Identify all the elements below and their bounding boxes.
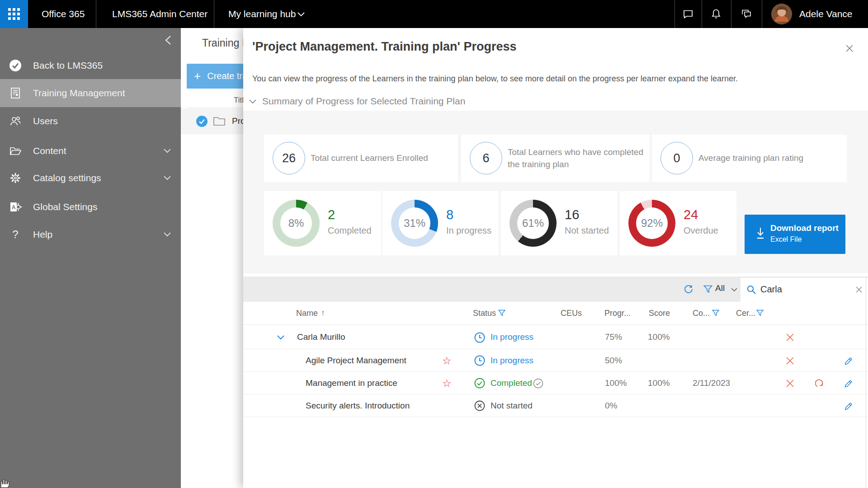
- feedback-button[interactable]: [739, 6, 754, 22]
- selected-check-icon[interactable]: [196, 115, 208, 127]
- stat-label: Total current Learners Enrolled: [311, 135, 451, 182]
- required-star-icon: ☆: [442, 377, 452, 389]
- remove-icon[interactable]: [785, 379, 795, 388]
- sidebar-item-help[interactable]: ? Help: [0, 221, 181, 249]
- sidebar-item-content[interactable]: Content: [0, 137, 181, 165]
- user-name[interactable]: Adele Vance: [799, 0, 853, 28]
- plus-icon: +: [194, 69, 201, 83]
- stat-value-circle: 6: [470, 142, 502, 174]
- score-value: 100%: [648, 378, 670, 388]
- search-input[interactable]: Carla: [741, 278, 868, 302]
- sidebar-nav: Back to LMS365 Training Management Users…: [0, 28, 181, 488]
- column-name[interactable]: Name: [296, 309, 318, 318]
- sidebar-item-catalog-settings[interactable]: Catalog settings: [0, 164, 181, 192]
- check-circle-icon: [8, 58, 23, 73]
- donut-label: Completed: [328, 225, 372, 236]
- top-app-bar: Office 365 LMS365 Admin Center My learni…: [0, 0, 868, 28]
- status-text: Completed: [491, 378, 532, 388]
- filter-all-dropdown[interactable]: All: [715, 283, 725, 293]
- remove-icon[interactable]: [785, 356, 795, 366]
- column-completion[interactable]: Co...: [693, 309, 710, 318]
- sidebar-item-global-settings[interactable]: A Global Settings: [0, 193, 181, 221]
- sidebar-item-training-management[interactable]: Training Management: [0, 79, 181, 107]
- divider: [214, 0, 214, 28]
- not-started-icon: [474, 400, 486, 412]
- close-icon[interactable]: [843, 42, 856, 55]
- donut-chart-overdue: 92%: [628, 200, 675, 247]
- required-star-icon: ☆: [442, 355, 452, 366]
- download-report-button[interactable]: Download report Excel File: [745, 215, 845, 254]
- status-text: Not started: [491, 401, 533, 411]
- app-launcher-button[interactable]: [0, 0, 28, 28]
- stat-label: Total Learners who have completed the tr…: [508, 135, 643, 182]
- avatar[interactable]: [771, 4, 792, 24]
- chat-button[interactable]: [680, 6, 696, 22]
- download-icon: [754, 226, 767, 242]
- excel-file-label: Excel File: [770, 235, 802, 244]
- table-row-course[interactable]: Security alerts. Introduction Not starte…: [243, 394, 868, 417]
- summary-section-heading[interactable]: Summary of Progress for Selected Trainin…: [262, 96, 465, 107]
- dialog-title: 'Project Management. Training plan' Prog…: [252, 40, 516, 54]
- column-ceus[interactable]: CEUs: [561, 309, 582, 318]
- column-status[interactable]: Status: [473, 309, 496, 318]
- edit-icon[interactable]: [843, 356, 854, 366]
- filter-icon[interactable]: [756, 309, 764, 317]
- column-score[interactable]: Score: [649, 309, 670, 318]
- collapse-sidebar-button[interactable]: [162, 33, 175, 47]
- remove-icon[interactable]: [785, 333, 795, 342]
- filter-icon[interactable]: [712, 309, 720, 317]
- table-row-course[interactable]: Agile Project Management ☆ In progress 5…: [243, 349, 868, 372]
- donut-label: In progress: [446, 225, 491, 236]
- donut-count: 24: [684, 207, 698, 222]
- chevron-down-icon: [163, 148, 172, 154]
- collapse-row-icon[interactable]: [276, 334, 286, 342]
- table-row-course[interactable]: Management in practice ☆ Completed 100% …: [243, 372, 868, 394]
- gear-icon: [8, 171, 23, 185]
- status-text: In progress: [491, 356, 533, 366]
- column-certificate[interactable]: Cer...: [736, 309, 755, 318]
- notifications-button[interactable]: [708, 6, 724, 22]
- stat-label: Average training plan rating: [698, 135, 839, 182]
- filter-icon[interactable]: [703, 284, 713, 294]
- completed-icon: [474, 377, 486, 389]
- divider: [762, 0, 762, 28]
- search-icon: [746, 284, 757, 295]
- donut-label: Not started: [565, 225, 609, 236]
- chevron-down-icon: [731, 287, 738, 293]
- progress-value: 75%: [605, 332, 622, 342]
- hub-menu[interactable]: My learning hub: [228, 0, 296, 28]
- course-name: Security alerts. Introduction: [306, 401, 410, 411]
- table-row-learner[interactable]: Carla Murillo In progress 75% 100%: [243, 325, 868, 349]
- donut-chart-completed: 8%: [273, 200, 320, 247]
- table-header: Name ↑ Status CEUs Progr... Score Co... …: [243, 302, 868, 325]
- refresh-icon[interactable]: [684, 284, 693, 294]
- donut-count: 8: [446, 207, 453, 222]
- table-body: Carla Murillo In progress 75% 100% Agile…: [243, 325, 868, 417]
- column-header-title[interactable]: Titl: [234, 96, 244, 105]
- clear-search-icon[interactable]: [854, 285, 863, 294]
- scrollbar[interactable]: [866, 277, 866, 488]
- edit-icon[interactable]: [843, 401, 854, 412]
- chevron-down-icon[interactable]: [247, 98, 259, 106]
- filter-icon[interactable]: [498, 309, 506, 317]
- donut-card-overdue: 92% 24 Overdue: [620, 191, 736, 255]
- retake-icon[interactable]: [814, 378, 825, 389]
- column-progress[interactable]: Progr...: [604, 309, 631, 318]
- training-plan-progress-dialog: 'Project Management. Training plan' Prog…: [243, 28, 868, 488]
- chevron-down-icon: [163, 231, 172, 238]
- stat-card-completed: 6 Total Learners who have completed the …: [461, 135, 650, 182]
- divider: [731, 0, 731, 28]
- course-name: Agile Project Management: [306, 356, 406, 366]
- summary-section: 26 Total current Learners Enrolled 6 Tot…: [243, 111, 868, 273]
- dialog-description: You can view the progress of the Learner…: [252, 74, 738, 84]
- progress-value: 50%: [605, 356, 622, 366]
- sort-ascending-icon[interactable]: ↑: [321, 309, 325, 318]
- edit-icon[interactable]: [843, 378, 854, 389]
- divider: [702, 0, 702, 28]
- brand-office-365[interactable]: Office 365: [42, 0, 85, 28]
- stat-card-enrolled: 26 Total current Learners Enrolled: [264, 135, 458, 182]
- folder-open-icon: [8, 144, 23, 158]
- sidebar-item-users[interactable]: Users: [0, 107, 181, 135]
- sidebar-item-back-to-lms365[interactable]: Back to LMS365: [0, 52, 181, 80]
- certified-check-icon: [533, 378, 544, 389]
